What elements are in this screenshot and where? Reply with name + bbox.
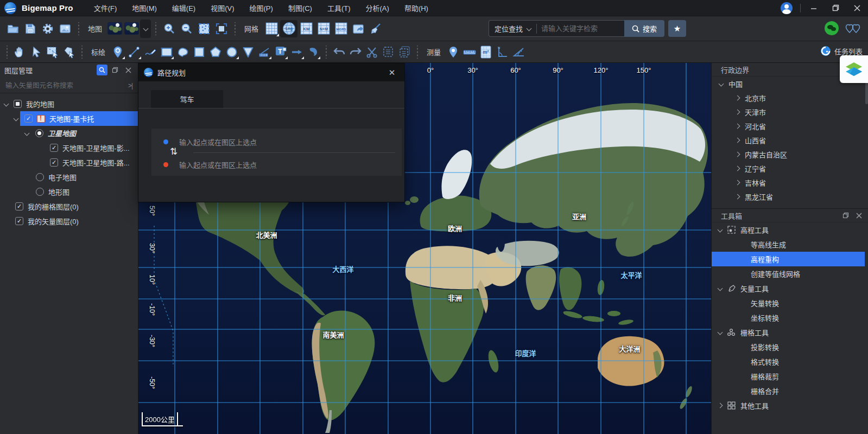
layer-tree-item-terrain-map[interactable]: 地形图 [0, 184, 138, 199]
copy-button[interactable] [380, 44, 396, 60]
chevron-right-icon[interactable] [735, 180, 740, 185]
float-panel-icon[interactable] [840, 210, 851, 221]
chevron-right-icon[interactable] [735, 165, 740, 171]
radio-unselected[interactable] [36, 173, 44, 181]
tab-driving[interactable]: 驾车 [151, 90, 223, 108]
chevron-right-icon[interactable] [735, 109, 740, 114]
plot-assault-arrow-tool[interactable] [305, 44, 321, 60]
layer-tree-item-electronic-map[interactable]: 电子地图 [0, 170, 138, 184]
tool-projection-convert[interactable]: 投影转换 [712, 340, 868, 354]
chevron-down-icon[interactable] [718, 286, 723, 291]
chevron-right-icon[interactable] [718, 403, 723, 409]
tool-vector-convert[interactable]: 矢量转换 [712, 296, 868, 310]
plot-curve-tool[interactable] [142, 44, 159, 60]
plot-point-tool[interactable] [110, 44, 126, 60]
user-avatar[interactable] [781, 2, 793, 14]
basemap-thumbnail-1[interactable] [107, 22, 122, 35]
layer-tree-item-my-map[interactable]: 我的地图 [0, 97, 138, 111]
close-button[interactable] [846, 0, 868, 16]
tool-raster-merge[interactable]: 栅格合并 [712, 384, 868, 398]
chevron-down-icon[interactable] [14, 116, 19, 122]
checkbox-indeterminate[interactable] [14, 100, 22, 108]
measure-distance-tool[interactable] [461, 44, 478, 60]
search-button[interactable]: 搜索 [624, 20, 664, 37]
admin-tree-item-neimenggu[interactable]: 内蒙古自治区 [712, 147, 868, 161]
admin-tree-item-shanxi[interactable]: 山西省 [712, 133, 868, 147]
tool-elevation-reconstruction[interactable]: 高程重构 [712, 252, 865, 266]
admin-tree-item-hebei[interactable]: 河北省 [712, 119, 868, 133]
float-panel-icon[interactable] [110, 65, 121, 75]
plot-pentagon-tool[interactable] [207, 44, 224, 60]
panel-scrollbar[interactable] [865, 81, 868, 104]
menu-map[interactable]: 地图(M) [125, 1, 163, 15]
layer-tree-item-satellite-roads[interactable]: ✓ 天地图-卫星地图-路... [0, 155, 138, 170]
close-panel-icon[interactable] [853, 210, 864, 221]
plot-circle-tool[interactable] [224, 44, 240, 60]
clear-broom-button[interactable] [367, 20, 384, 37]
plot-line-tool[interactable] [126, 44, 142, 60]
undo-button[interactable] [331, 44, 347, 60]
menu-cartography[interactable]: 制图(C) [282, 1, 319, 15]
tool-coordinate-convert[interactable]: 坐标转换 [712, 310, 868, 325]
select-polygon-tool[interactable] [61, 44, 77, 60]
search-mode-dropdown[interactable]: 定位查找 [489, 23, 536, 34]
chevron-right-icon[interactable] [735, 151, 740, 157]
open-file-button[interactable] [4, 20, 22, 37]
measure-angle-tool[interactable] [510, 44, 527, 60]
radio-unselected[interactable] [36, 188, 44, 196]
settings-gear-button[interactable] [39, 20, 56, 37]
menu-help[interactable]: 帮助(H) [398, 1, 435, 15]
select-arrow-tool[interactable] [28, 44, 45, 60]
expand-arrow-icon[interactable]: >| [128, 82, 132, 90]
grid-km-button[interactable]: KM [297, 20, 315, 37]
full-extent-button[interactable] [213, 20, 230, 37]
save-button[interactable] [22, 20, 39, 37]
plot-square-tool[interactable] [191, 44, 207, 60]
checkbox-checked[interactable]: ✓ [15, 202, 23, 210]
chevron-right-icon[interactable] [735, 137, 740, 143]
tool-contour-generation[interactable]: 等高线生成 [712, 237, 868, 252]
checkbox-checked[interactable]: ✓ [15, 217, 23, 225]
plot-rectangle-tool[interactable] [159, 44, 175, 60]
plot-text-tool[interactable]: T [273, 44, 289, 60]
cut-scissors-button[interactable] [364, 44, 380, 60]
grid-nm-button[interactable]: N+M [315, 20, 332, 37]
tool-raster-clip[interactable]: 栅格裁剪 [712, 369, 868, 384]
menu-edit[interactable]: 编辑(E) [166, 1, 202, 15]
favorite-star-button[interactable]: ★ [668, 20, 686, 37]
plot-arrow-tool[interactable] [289, 44, 305, 60]
dialog-close-icon[interactable]: ✕ [385, 66, 399, 80]
zoom-in-button[interactable] [161, 20, 178, 37]
restore-button[interactable] [825, 0, 846, 16]
menu-tools[interactable]: 工具(T) [321, 1, 357, 15]
layer-search-input[interactable] [5, 82, 128, 90]
grid-display-button[interactable] [263, 20, 280, 37]
chevron-right-icon[interactable] [735, 194, 740, 199]
basemap-thumbnail-2[interactable] [124, 22, 139, 35]
task-list-button[interactable]: 任务列表 [820, 46, 863, 56]
tool-create-isoline-grid[interactable]: 创建等值线网格 [712, 266, 868, 281]
toolbox-group-other[interactable]: 其他工具 [712, 398, 868, 413]
select-rectangle-tool[interactable] [45, 44, 61, 60]
route-end-input[interactable]: 输入起点或在图区上选点 [151, 155, 402, 174]
checkbox-checked[interactable]: ✓ [24, 114, 33, 123]
close-panel-icon[interactable] [123, 65, 134, 75]
menu-draw[interactable]: 绘图(P) [243, 1, 280, 15]
hearts-icon[interactable] [845, 22, 861, 35]
redo-button[interactable] [347, 44, 364, 60]
checkbox-checked[interactable]: ✓ [50, 158, 58, 167]
menu-analysis[interactable]: 分析(A) [359, 1, 396, 15]
chevron-right-icon[interactable] [735, 123, 740, 129]
paste-button[interactable] [396, 44, 413, 60]
measure-azimuth-tool[interactable]: N [494, 44, 510, 60]
toolbox-group-elevation[interactable]: 高程工具 [712, 222, 868, 237]
layer-tree-item-my-vector[interactable]: ✓ 我的矢量图层(0) [0, 214, 138, 228]
admin-tree-item-liaoning[interactable]: 辽宁省 [712, 161, 868, 175]
grid-mgrs-button[interactable]: MGRS [332, 20, 350, 37]
zoom-out-button[interactable] [178, 20, 195, 37]
basemap-dropdown-button[interactable] [140, 20, 151, 38]
layer-search-button[interactable] [97, 65, 107, 75]
minimize-button[interactable] [803, 0, 825, 16]
grid-lnglat-button[interactable]: Lng [280, 20, 297, 37]
layer-tree-item-satellite[interactable]: 卫星地图 [0, 126, 138, 141]
